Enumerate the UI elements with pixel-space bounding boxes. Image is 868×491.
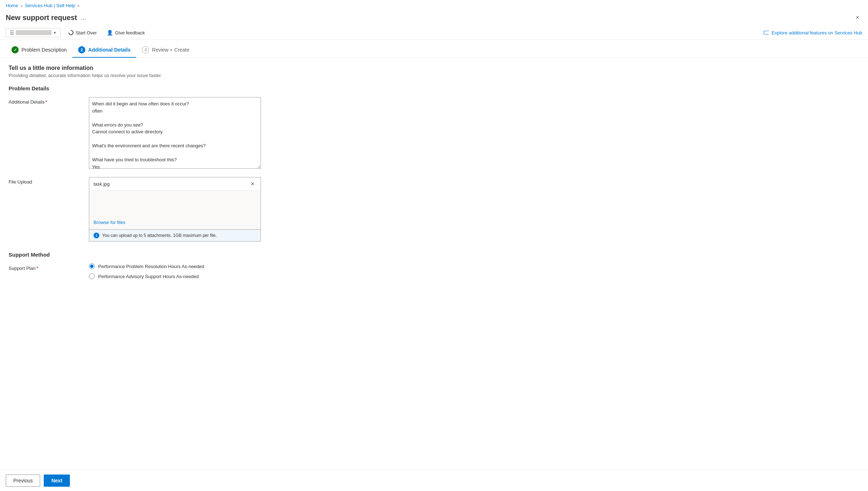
support-plan-radio-1[interactable] xyxy=(89,263,95,269)
step-review-create[interactable]: 3 Review + Create xyxy=(136,43,195,58)
org-dropdown[interactable]: ☰ ▼ xyxy=(6,28,61,37)
start-over-icon xyxy=(67,29,75,36)
problem-details-heading: Problem Details xyxy=(9,85,314,91)
support-plan-row: Support Plan* Performance Problem Resolu… xyxy=(9,263,314,283)
explore-features-label: Explore additional features on Services … xyxy=(772,30,862,35)
breadcrumb-sep2: > xyxy=(77,4,80,8)
step-additional-details[interactable]: 2 Additional Details xyxy=(72,43,136,58)
previous-button[interactable]: Previous xyxy=(6,475,40,487)
support-plan-option-2: Performance Advisory Support Hours As-ne… xyxy=(89,273,261,279)
additional-details-label: Additional Details* xyxy=(9,97,80,105)
chevron-down-icon: ▼ xyxy=(53,31,57,35)
file-drop-area xyxy=(89,191,261,219)
start-over-label: Start Over xyxy=(76,30,97,35)
bottom-nav: Previous Next xyxy=(0,470,868,491)
support-plan-options: Performance Problem Resolution Hours As-… xyxy=(89,263,261,283)
page-title: New support request xyxy=(6,14,77,22)
additional-details-control xyxy=(89,97,261,170)
file-upload-label: File Upload xyxy=(9,177,80,185)
breadcrumb-services-hub[interactable]: Services Hub | Self Help xyxy=(25,3,75,8)
support-plan-radio-2[interactable] xyxy=(89,273,95,279)
give-feedback-button[interactable]: 👤 Give feedback xyxy=(105,28,147,37)
step3-circle: 3 xyxy=(142,46,149,53)
browse-for-files-link[interactable]: Browse for files xyxy=(94,220,125,225)
file-remove-button[interactable]: ✕ xyxy=(249,180,256,187)
additional-details-row: Additional Details* xyxy=(9,97,314,170)
file-info-bar: i You can upload up to 5 attachments. 1G… xyxy=(89,230,261,242)
support-plan-option-1: Performance Problem Resolution Hours As-… xyxy=(89,263,261,269)
file-upload-row: File Upload task.jpg ✕ Browse for files xyxy=(9,177,314,242)
steps-bar: ✓ Problem Description 2 Additional Detai… xyxy=(0,40,868,58)
info-icon: i xyxy=(94,233,99,238)
support-plan-label: Support Plan* xyxy=(9,263,80,271)
file-name: task.jpg xyxy=(94,181,110,187)
additional-details-textarea[interactable] xyxy=(89,97,261,169)
feedback-icon: 👤 xyxy=(107,30,113,35)
support-plan-label-1: Performance Problem Resolution Hours As-… xyxy=(98,264,204,269)
support-plan-label-2: Performance Advisory Support Hours As-ne… xyxy=(98,274,199,279)
give-feedback-label: Give feedback xyxy=(115,30,145,35)
org-icon: ☰ xyxy=(10,30,14,35)
step-problem-description[interactable]: ✓ Problem Description xyxy=(6,43,72,58)
support-method-section: Support Method Support Plan* Performance… xyxy=(9,252,314,283)
step2-label: Additional Details xyxy=(88,47,130,53)
step1-label: Problem Description xyxy=(22,47,67,53)
breadcrumb: Home > Services Hub | Self Help > xyxy=(0,0,868,11)
file-upload-box: task.jpg ✕ Browse for files xyxy=(89,177,261,230)
support-method-heading: Support Method xyxy=(9,252,314,258)
close-button[interactable]: × xyxy=(853,13,862,23)
breadcrumb-home[interactable]: Home xyxy=(6,3,18,8)
start-over-button[interactable]: Start Over xyxy=(66,29,99,37)
step2-circle: 2 xyxy=(78,46,85,53)
browse-area: Browse for files xyxy=(89,219,261,229)
file-info-text: You can upload up to 5 attachments. 1GB … xyxy=(102,233,217,238)
org-text xyxy=(16,30,52,35)
section-title: Tell us a little more information xyxy=(9,65,314,71)
step1-circle: ✓ xyxy=(11,46,19,53)
section-subtitle: Providing detailed, accurate information… xyxy=(9,73,314,78)
explore-icon xyxy=(764,31,769,34)
file-item: task.jpg ✕ xyxy=(89,177,261,191)
explore-features-link[interactable]: Explore additional features on Services … xyxy=(764,30,862,35)
title-ellipsis[interactable]: ... xyxy=(81,14,86,22)
breadcrumb-sep1: > xyxy=(20,4,23,8)
file-upload-control: task.jpg ✕ Browse for files i You can u xyxy=(89,177,261,242)
main-scroll-area: Tell us a little more information Provid… xyxy=(0,58,868,491)
step3-label: Review + Create xyxy=(152,47,189,53)
next-button[interactable]: Next xyxy=(44,475,70,487)
